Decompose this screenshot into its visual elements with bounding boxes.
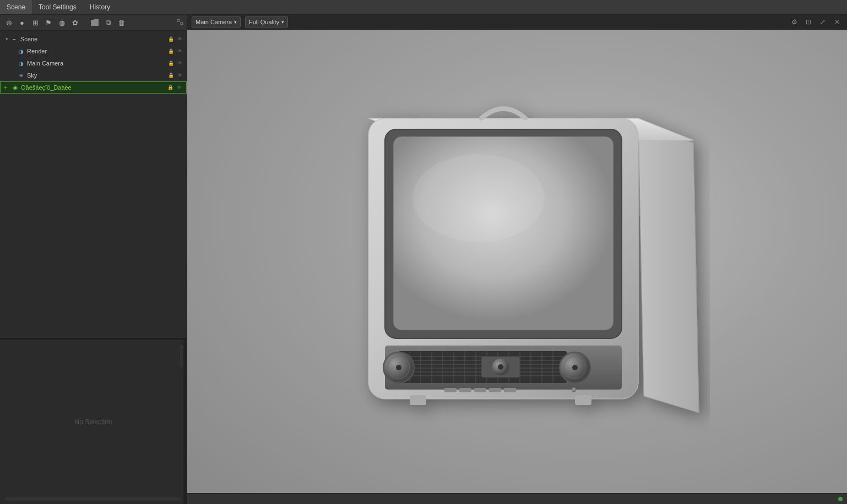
panel-right-resize[interactable] — [183, 339, 187, 504]
quality-dropdown-arrow: ▾ — [281, 19, 284, 25]
sky-arrow: ▸ — [10, 72, 17, 79]
properties-panel: No Selection — [0, 339, 187, 504]
svg-point-36 — [498, 364, 503, 370]
menu-scene[interactable]: Scene — [0, 0, 32, 14]
lock-icon-render[interactable]: 🔒 — [167, 47, 175, 55]
tree-label-sky: Sky — [27, 72, 167, 79]
tree-actions-object: 🔒 👁 — [166, 84, 183, 91]
viewport-actions: ⚙ ⊡ ⤢ ✕ — [789, 17, 843, 28]
quality-label: Full Quality — [249, 19, 279, 25]
tree-actions-camera: 🔒 👁 — [167, 59, 183, 67]
lock-icon-sky[interactable]: 🔒 — [167, 72, 175, 79]
camera-arrow: ▸ — [10, 60, 17, 67]
render-arrow: ▸ — [10, 48, 17, 54]
tv-svg — [324, 88, 710, 446]
expand-icon[interactable] — [177, 19, 183, 27]
svg-rect-0 — [177, 19, 180, 21]
menu-bar: Scene Tool Settings History — [0, 0, 847, 15]
svg-rect-1 — [181, 23, 183, 25]
camera-icon: ◑ — [17, 59, 25, 68]
flag-icon[interactable]: ⚑ — [43, 17, 54, 28]
svg-rect-39 — [474, 388, 486, 392]
properties-resize-handle[interactable] — [0, 339, 187, 342]
camera-dropdown[interactable]: Main Camera ▾ — [192, 17, 241, 28]
no-selection-label: No Selection — [74, 418, 112, 426]
menu-tool-settings[interactable]: Tool Settings — [32, 0, 83, 14]
tree-item-object[interactable]: + ◈ Оäеšáеçîö_Dааëе 🔒 👁 — [0, 81, 187, 94]
left-panel: ⊕ ● ⊞ ⚑ ◍ ✿ ⧉ 🗑 — [0, 15, 187, 504]
eye-icon-sky[interactable]: 👁 — [176, 72, 183, 79]
scene-icon: − — [10, 35, 19, 43]
toolbar-icons: ⊕ ● ⊞ ⚑ ◍ ✿ ⧉ 🗑 — [3, 17, 127, 28]
eye-icon-object[interactable]: 👁 — [175, 84, 183, 91]
svg-point-42 — [572, 387, 576, 392]
svg-point-33 — [572, 365, 578, 370]
tree-item-sky[interactable]: ▸ ✳ Sky 🔒 👁 — [0, 69, 187, 81]
eye-icon-camera[interactable]: 👁 — [176, 59, 183, 67]
tree-label-render: Render — [27, 48, 167, 54]
tv-model-container — [187, 30, 847, 504]
display-icon[interactable]: ⊡ — [803, 17, 814, 28]
grid-icon[interactable]: ⊞ — [30, 17, 41, 28]
svg-rect-43 — [410, 395, 426, 405]
object-icon: ◈ — [10, 83, 19, 92]
camera-label: Main Camera — [196, 19, 232, 25]
copy-icon[interactable]: ⧉ — [102, 17, 113, 28]
close-icon[interactable]: ✕ — [832, 17, 843, 28]
svg-point-5 — [412, 154, 545, 242]
menu-history[interactable]: History — [83, 0, 117, 14]
viewport-toolbar: Main Camera ▾ Full Quality ▾ ⚙ ⊡ ⤢ ✕ — [187, 15, 847, 30]
folder-icon[interactable] — [89, 17, 100, 28]
sky-icon: ✳ — [17, 71, 25, 80]
tree-actions-render: 🔒 👁 — [167, 47, 183, 55]
scene-arrow: ▾ — [3, 36, 10, 42]
tree-item-main-camera[interactable]: ▸ ◑ Main Camera 🔒 👁 — [0, 57, 187, 69]
svg-point-30 — [396, 365, 401, 370]
scene-panel: ⊕ ● ⊞ ⚑ ◍ ✿ ⧉ 🗑 — [0, 15, 187, 339]
scene-toolbar: ⊕ ● ⊞ ⚑ ◍ ✿ ⧉ 🗑 — [0, 15, 187, 31]
tree-label-scene: Scene — [20, 36, 167, 42]
viewport[interactable]: Main Camera ▾ Full Quality ▾ ⚙ ⊡ ⤢ ✕ — [187, 15, 847, 504]
eye-icon[interactable]: 👁 — [176, 35, 183, 43]
scroll-handle-props[interactable] — [180, 345, 183, 367]
tree-item-scene[interactable]: ▾ − Scene 🔒 👁 — [0, 33, 187, 45]
quality-dropdown[interactable]: Full Quality ▾ — [245, 17, 288, 28]
new-icon[interactable]: ⊕ — [3, 17, 14, 28]
status-dot — [838, 497, 843, 501]
tree-actions-scene: 🔒 👁 — [167, 35, 183, 43]
scroll-handle-h-props[interactable] — [6, 497, 181, 501]
camera-dropdown-arrow: ▾ — [234, 19, 237, 25]
svg-rect-44 — [575, 395, 591, 405]
lock-icon-object[interactable]: 🔒 — [166, 84, 174, 91]
svg-rect-41 — [504, 388, 516, 392]
lock-icon-camera[interactable]: 🔒 — [167, 59, 175, 67]
flower-icon[interactable]: ✿ — [69, 17, 80, 28]
main-content: ⊕ ● ⊞ ⚑ ◍ ✿ ⧉ 🗑 — [0, 15, 847, 504]
globe-icon[interactable]: ◍ — [56, 17, 67, 28]
svg-rect-37 — [444, 388, 457, 392]
settings-icon[interactable]: ⚙ — [789, 17, 800, 28]
tv-body — [368, 109, 699, 413]
tree-label-camera: Main Camera — [27, 60, 167, 67]
scene-tree: ▾ − Scene 🔒 👁 ▸ ◑ Render 🔒 — [0, 31, 187, 338]
tree-actions-sky: 🔒 👁 — [167, 72, 183, 79]
anchor-icon[interactable]: ● — [17, 17, 28, 28]
render-icon: ◑ — [17, 47, 25, 56]
svg-rect-38 — [459, 388, 471, 392]
delete-icon[interactable]: 🗑 — [116, 17, 127, 28]
expand-icon[interactable]: ⤢ — [817, 17, 828, 28]
eye-icon-render[interactable]: 👁 — [176, 47, 183, 55]
status-bar — [187, 493, 847, 504]
lock-icon[interactable]: 🔒 — [167, 35, 175, 43]
tree-label-object: Оäеšáеçîö_Dааëе — [21, 84, 166, 91]
add-icon: + — [4, 85, 7, 91]
tree-item-render[interactable]: ▸ ◑ Render 🔒 👁 — [0, 45, 187, 57]
svg-rect-40 — [489, 388, 501, 392]
